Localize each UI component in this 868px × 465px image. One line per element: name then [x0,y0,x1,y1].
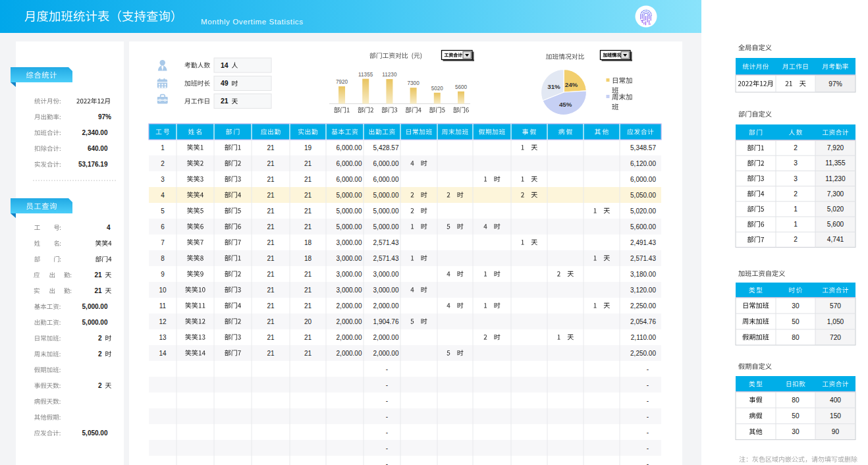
svg-text:6,120.00: 6,120.00 [630,160,656,167]
svg-text:21: 21 [304,271,312,278]
svg-text:21: 21 [267,350,275,357]
svg-text:4,741: 4,741 [827,236,844,243]
svg-text:5,000.00: 5,000.00 [82,319,108,326]
svg-text:-: - [647,460,649,465]
svg-text:5,050.00: 5,050.00 [630,192,656,199]
svg-text:13: 13 [159,334,167,341]
svg-text:3: 3 [794,159,798,167]
svg-text:21: 21 [267,160,275,167]
svg-text:-: - [647,445,649,452]
svg-text:5,428.57: 5,428.57 [373,144,399,151]
svg-text:11230: 11230 [382,72,397,78]
svg-text:6,000.00: 6,000.00 [337,160,362,167]
svg-text:21: 21 [94,287,102,294]
svg-text:30: 30 [792,428,800,435]
svg-text:21: 21 [304,192,312,199]
svg-text:50: 50 [792,318,800,325]
svg-text:2,000.00: 2,000.00 [373,302,399,310]
svg-text:21: 21 [304,287,312,294]
svg-text:Monthly Overtime Statistics: Monthly Overtime Statistics [201,18,304,26]
svg-text:5,050.00: 5,050.00 [82,429,108,437]
svg-text:-: - [386,366,388,373]
svg-text:3,000.00: 3,000.00 [337,255,362,262]
svg-text:3,000.00: 3,000.00 [337,287,362,294]
svg-text:31%: 31% [547,83,560,90]
svg-text:53,176.19: 53,176.19 [78,161,108,168]
svg-text:3: 3 [794,175,798,182]
svg-text:21: 21 [304,176,312,183]
svg-text:2,571.43: 2,571.43 [373,255,399,262]
svg-text:2: 2 [98,335,102,342]
svg-text:11,230: 11,230 [825,175,846,182]
svg-text:50: 50 [792,412,800,420]
svg-text:7920: 7920 [336,79,348,85]
svg-text:-: - [386,397,388,404]
svg-text:21: 21 [267,271,275,278]
svg-text:3,000.00: 3,000.00 [337,239,362,246]
svg-text:21: 21 [221,97,229,105]
svg-text:2,571.43: 2,571.43 [373,239,399,246]
svg-text:97%: 97% [98,113,111,121]
svg-text:-: - [647,397,649,404]
svg-text:21: 21 [267,144,275,151]
svg-text:11355: 11355 [358,72,373,78]
svg-text:3,000.00: 3,000.00 [373,287,399,294]
svg-text:6,000.00: 6,000.00 [630,176,656,183]
svg-text:570: 570 [830,302,841,310]
svg-text:5,600: 5,600 [827,221,844,228]
svg-text:2,000.00: 2,000.00 [373,350,399,357]
svg-text:5,000.00: 5,000.00 [373,207,399,215]
svg-text:24%: 24% [565,81,578,88]
svg-text:21: 21 [267,255,275,262]
svg-text:2: 2 [98,350,102,358]
svg-text:5,000.00: 5,000.00 [337,192,362,199]
svg-text:2,250.00: 2,250.00 [630,302,656,310]
svg-text:21: 21 [267,302,275,310]
svg-text:2,000.00: 2,000.00 [337,318,362,325]
svg-text:150: 150 [830,412,841,420]
svg-text:7,300: 7,300 [827,190,844,198]
svg-text:2: 2 [794,236,798,243]
svg-text:21: 21 [304,350,312,357]
svg-text:5,020: 5,020 [827,205,844,213]
svg-text:4: 4 [161,192,165,199]
svg-text:-: - [386,381,388,389]
svg-text:6,000.00: 6,000.00 [337,176,362,183]
svg-text:-: - [386,445,388,452]
svg-text:2,571.43: 2,571.43 [630,255,656,262]
svg-text:5,348.57: 5,348.57 [630,144,656,151]
svg-text:-: - [647,366,649,373]
svg-text:1: 1 [794,205,798,213]
svg-text:45%: 45% [559,101,572,108]
svg-text:6,000.00: 6,000.00 [373,160,399,167]
svg-text:21: 21 [304,160,312,167]
svg-text:3,120.00: 3,120.00 [630,287,656,294]
svg-text:-: - [647,413,649,420]
svg-text:21: 21 [267,334,275,341]
svg-text:7,920: 7,920 [827,144,844,151]
svg-text:2,110.00: 2,110.00 [631,334,657,341]
svg-text:400: 400 [830,397,841,404]
svg-text:21: 21 [267,287,275,294]
svg-text:21: 21 [267,239,275,246]
svg-text:5,020.00: 5,020.00 [630,207,656,215]
svg-text:3,000.00: 3,000.00 [373,271,399,278]
svg-text:21: 21 [267,192,275,199]
svg-text:5,000.00: 5,000.00 [82,303,108,310]
svg-text:21: 21 [304,207,312,215]
svg-text:1,050: 1,050 [827,318,844,325]
svg-text:4: 4 [107,224,111,231]
svg-text:97%: 97% [828,80,842,88]
svg-text:90: 90 [832,428,840,435]
svg-text:2: 2 [794,144,798,151]
svg-text:6,000.00: 6,000.00 [373,176,399,183]
svg-text:14: 14 [159,350,167,357]
svg-text:21: 21 [267,176,275,183]
svg-text:21: 21 [267,207,275,215]
svg-text:30: 30 [792,302,800,310]
svg-text:21: 21 [267,223,275,231]
svg-text:2: 2 [794,190,798,198]
svg-text:21: 21 [304,334,312,341]
svg-text:2,491.43: 2,491.43 [630,239,656,246]
svg-text:2,054.76: 2,054.76 [630,318,656,325]
